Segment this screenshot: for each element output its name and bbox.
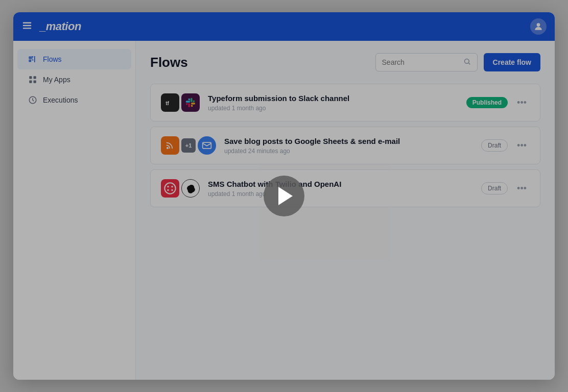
play-triangle-icon [278,187,293,205]
play-button[interactable] [264,176,304,216]
video-overlay[interactable] [0,0,568,392]
